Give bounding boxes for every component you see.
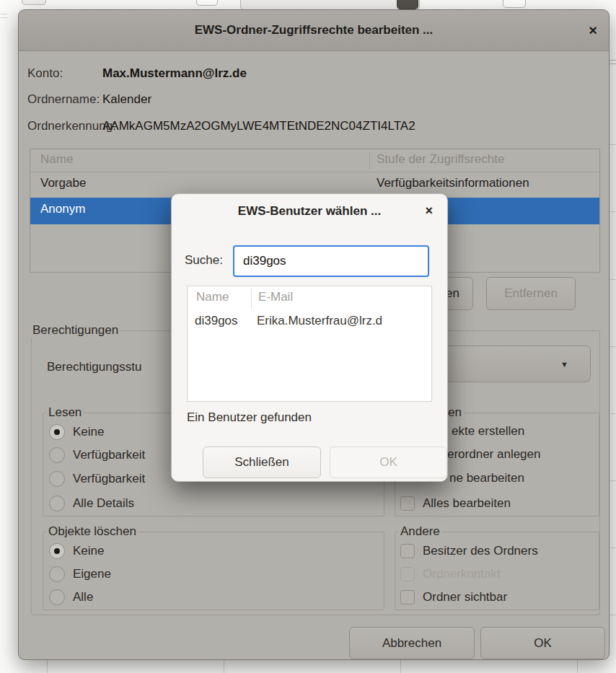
radio-button[interactable] [49, 543, 65, 559]
ordnerkennung-value: AAMkAGM5MzA2OGMyLWE4MTEtNDE2NC04ZTI4LTA2 [102, 119, 415, 133]
ok-button-disabled[interactable]: OK [330, 447, 447, 478]
radio-button[interactable] [49, 589, 65, 605]
write-item-fragment: ekte erstellen [452, 424, 524, 439]
background-grid-line [0, 17, 7, 18]
remove-user-button-label: Entfernen [504, 286, 558, 301]
search-input[interactable] [233, 245, 429, 277]
dialog-titlebar[interactable]: EWS-Benutzer wählen ... × [172, 194, 447, 227]
background-toolbar-button [503, 0, 526, 8]
background-grid-line [610, 615, 616, 615]
andere-group-label: Andere [398, 524, 442, 540]
radio-loeschen-keine[interactable]: Keine [49, 540, 104, 562]
radio-lesen-verfuegbarkeit-1[interactable]: Verfügbarkeit [49, 444, 145, 466]
background-toolbar-button [22, 0, 46, 5]
col-name: Name [196, 290, 229, 304]
checkbox-besitzer-des-ordners[interactable]: Besitzer des Ordners [400, 540, 538, 562]
background-toolbar-button-dark [397, 0, 418, 9]
background-grid-line [610, 144, 616, 145]
konto-value: Max.Mustermann@lrz.de [102, 66, 247, 81]
background-grid-line [577, 660, 578, 673]
ok-button[interactable]: OK [480, 627, 605, 659]
background-grid-line [610, 60, 616, 61]
user-results-table[interactable]: Name E-Mail di39gos Erika.Musterfrau@lrz… [187, 286, 432, 402]
radio-button[interactable] [49, 447, 65, 463]
radio-label: Verfügbarkeit [73, 448, 145, 462]
close-button-label: Schließen [234, 455, 289, 470]
close-icon[interactable]: × [425, 194, 433, 227]
checkbox-alles-bearbeiten[interactable]: Alles bearbeiten [400, 493, 511, 514]
andere-group: Andere Besitzer des Ordners Ordnerkontak… [395, 532, 599, 610]
background-grid-line [0, 14, 7, 14]
table-row[interactable]: di39gos Erika.Musterfrau@lrz.d [188, 310, 431, 334]
close-icon[interactable]: × [589, 10, 597, 50]
write-item-fragment: erordner anlegen [447, 447, 540, 462]
radio-button[interactable] [49, 496, 65, 511]
write-item-fragment: ne bearbeiten [449, 471, 524, 485]
search-label: Suche: [185, 253, 223, 268]
radio-lesen-keine[interactable]: Keine [49, 421, 104, 443]
col-level: Stufe der Zugriffsrechte [377, 152, 504, 167]
dialog-titlebar[interactable]: EWS-Ordner-Zugriffsrechte bearbeiten ...… [19, 10, 609, 51]
cancel-button-label: Abbrechen [382, 636, 441, 651]
remove-user-button[interactable]: Entfernen [486, 277, 576, 310]
background-toolbar-button [196, 0, 218, 6]
column-separator [369, 152, 370, 170]
radio-label: Alle Details [73, 496, 134, 511]
col-name: Name [40, 152, 73, 167]
cancel-button[interactable]: Abbrechen [349, 627, 475, 659]
background-grid-line [610, 547, 616, 548]
background-grid-line [224, 660, 224, 673]
table-header: Name Stufe der Zugriffsrechte [30, 149, 599, 172]
radio-label: Keine [73, 544, 104, 558]
background-grid-line [610, 346, 616, 347]
dialog-title: EWS-Benutzer wählen ... [172, 194, 447, 229]
close-button[interactable]: Schließen [203, 447, 321, 478]
berechtigungen-frame-label: Berechtigungen [30, 322, 120, 338]
checkbox-label: Ordner sichtbar [423, 590, 507, 604]
berechtigungsstufe-label: Berechtigungsstu [47, 360, 141, 374]
ok-button-label: OK [534, 636, 552, 651]
row-email: Erika.Musterfrau@lrz.d [257, 314, 382, 328]
checkbox[interactable] [400, 544, 415, 558]
dialog-title: EWS-Ordner-Zugriffsrechte bearbeiten ... [19, 10, 609, 50]
row-name: Anonym [40, 202, 85, 216]
objekte-loeschen-group: Objekte löschen Keine Eigene Alle [43, 532, 384, 610]
column-separator [251, 289, 252, 308]
background-grid-line [400, 660, 401, 673]
background-grid-line [610, 279, 616, 280]
radio-loeschen-alle[interactable]: Alle [49, 586, 93, 608]
checkbox-ordnerkontakt: Ordnerkontakt [400, 563, 501, 585]
checkbox-label: Besitzer des Ordners [423, 544, 538, 558]
checkbox-ordner-sichtbar[interactable]: Ordner sichtbar [400, 586, 507, 608]
radio-loeschen-eigene[interactable]: Eigene [49, 563, 111, 585]
radio-button[interactable] [49, 566, 65, 582]
checkbox [400, 567, 415, 581]
ordnername-label: Ordnername: [27, 92, 100, 107]
radio-label: Alle [73, 590, 93, 604]
radio-lesen-alle-details[interactable]: Alle Details [49, 493, 134, 514]
background-grid-line [610, 211, 616, 212]
checkbox[interactable] [400, 496, 415, 511]
background-grid-line [610, 413, 616, 414]
ok-button-label: OK [379, 455, 397, 470]
row-name: Vorgabe [40, 176, 86, 190]
background-grid-line [47, 660, 48, 673]
row-name: di39gos [195, 314, 238, 328]
ews-user-picker-dialog: EWS-Benutzer wählen ... × Suche: Name E-… [171, 193, 448, 482]
schreiben-group-label: en [446, 405, 464, 421]
radio-lesen-verfuegbarkeit-2[interactable]: Verfügbarkeit [49, 468, 145, 490]
ordnername-value: Kalender [102, 92, 151, 107]
checkbox-label: Ordnerkontakt [423, 567, 501, 581]
radio-button[interactable] [49, 424, 65, 440]
row-level: Verfügbarkeitsinformationen [377, 176, 529, 190]
screen: EWS-Ordner-Zugriffsrechte bearbeiten ...… [0, 0, 616, 673]
radio-label: Eigene [73, 567, 111, 581]
background-grid-line [610, 480, 616, 481]
objekte-loeschen-label: Objekte löschen [46, 524, 138, 540]
radio-button[interactable] [49, 471, 65, 487]
chevron-down-icon: ▼ [560, 360, 568, 369]
checkbox[interactable] [400, 590, 415, 604]
radio-label: Keine [73, 425, 104, 439]
radio-label: Verfügbarkeit [73, 472, 145, 486]
status-text: Ein Benutzer gefunden [187, 410, 312, 425]
